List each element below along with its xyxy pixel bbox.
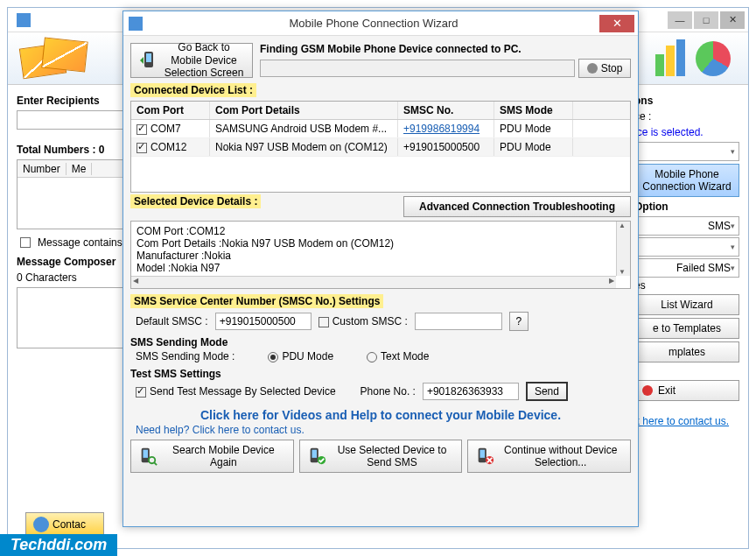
details-textbox[interactable]: COM Port :COM12 Com Port Details :Nokia … xyxy=(130,221,631,289)
th-port[interactable]: Com Port xyxy=(131,102,210,119)
device-combo[interactable] xyxy=(634,142,739,161)
options-label: ons xyxy=(634,95,739,107)
phone-input[interactable] xyxy=(423,383,519,400)
pdu-mode-radio[interactable]: PDU Mode xyxy=(268,350,333,362)
dialog-close-button[interactable]: ✕ xyxy=(599,15,634,32)
device-selected: ice is selected. xyxy=(634,126,739,138)
th-details[interactable]: Com Port Details xyxy=(210,102,398,119)
numbers-grid[interactable]: Number Me xyxy=(17,159,130,229)
default-smsc-input[interactable] xyxy=(215,313,312,330)
watermark: Techddi.com xyxy=(0,534,117,556)
close-button[interactable]: ✕ xyxy=(720,11,745,29)
option-combo[interactable]: SMS xyxy=(634,216,739,236)
phone-search-icon xyxy=(138,447,158,466)
search-again-button[interactable]: Search Mobile Device Again xyxy=(130,440,294,473)
advanced-troubleshooting-button[interactable]: Advanced Connection Troubleshooting xyxy=(403,196,631,217)
send-test-checkbox[interactable]: Send Test Message By Selected Device xyxy=(136,385,336,398)
selected-details-header: Selected Device Details : xyxy=(130,194,261,208)
app-icon xyxy=(17,13,31,27)
text-mode-radio[interactable]: Text Mode xyxy=(367,350,429,362)
svg-rect-9 xyxy=(480,450,486,458)
smsc-help-button[interactable]: ? xyxy=(509,312,528,331)
send-button[interactable]: Send xyxy=(526,382,568,401)
templates-button[interactable]: mplates xyxy=(634,341,739,362)
phone-label: Phone No. : xyxy=(360,385,416,398)
maximize-button[interactable]: □ xyxy=(694,11,718,29)
recipients-input[interactable] xyxy=(17,110,130,130)
th-mode[interactable]: SMS Mode xyxy=(494,102,573,119)
connection-wizard-dialog: Mobile Phone Connection Wizard ✕ Go Back… xyxy=(122,11,639,527)
exit-button[interactable]: Exit xyxy=(634,380,739,401)
exit-icon xyxy=(642,385,653,396)
envelope-icon xyxy=(41,37,88,72)
progress-bar xyxy=(260,60,575,77)
phone-cancel-icon xyxy=(475,447,494,466)
dialog-icon xyxy=(129,17,143,31)
message-textarea[interactable] xyxy=(17,287,130,348)
option-label: Option xyxy=(634,201,739,213)
phone-check-icon xyxy=(307,447,326,466)
failed-combo[interactable]: Failed SMS xyxy=(634,258,739,278)
table-row[interactable]: COM12 Nokia N97 USB Modem on (COM12) +91… xyxy=(131,138,630,157)
contact-icon xyxy=(33,517,49,532)
list-wizard-button[interactable]: List Wizard xyxy=(634,294,739,315)
stop-button[interactable]: Stop xyxy=(578,59,631,78)
horizontal-scrollbar[interactable]: ◀▶ xyxy=(131,276,616,288)
svg-rect-6 xyxy=(312,450,317,458)
save-template-button[interactable]: e to Templates xyxy=(634,318,739,339)
total-numbers-label: Total Numbers : 0 xyxy=(17,144,130,156)
test-sms-header: Test SMS Settings xyxy=(130,368,221,380)
row-checkbox[interactable] xyxy=(136,143,147,153)
default-smsc-label: Default SMSC : xyxy=(136,315,208,327)
svg-rect-1 xyxy=(146,53,151,62)
chart-graphic xyxy=(655,39,731,76)
device-table: Com Port Com Port Details SMSC No. SMS M… xyxy=(130,101,631,193)
dialog-title: Mobile Phone Connection Wizard xyxy=(148,17,599,30)
custom-smsc-input[interactable] xyxy=(415,313,502,330)
recipients-label: Enter Recipients xyxy=(17,95,130,107)
help-link[interactable]: k here to contact us. xyxy=(634,415,739,427)
wizard-button[interactable]: Mobile Phone Connection Wizard xyxy=(634,164,739,197)
continue-without-button[interactable]: Continue without Device Selection... xyxy=(467,440,631,473)
phone-back-icon xyxy=(138,50,159,71)
col-message: Me xyxy=(66,163,93,175)
row-checkbox[interactable] xyxy=(136,124,147,135)
sending-mode-header: SMS Sending Mode xyxy=(130,336,228,348)
char-count: 0 Characters xyxy=(17,271,130,284)
table-row[interactable]: COM7 SAMSUNG Android USB Modem #... +919… xyxy=(131,120,630,138)
finding-label: Finding GSM Mobile Phone Device connecte… xyxy=(260,43,631,55)
dialog-titlebar: Mobile Phone Connection Wizard ✕ xyxy=(123,11,638,36)
smsc-settings-header: SMS Service Center Number (SMSC No.) Set… xyxy=(130,294,383,308)
go-back-button[interactable]: Go Back to Mobile Device Selection Scree… xyxy=(130,43,253,78)
svg-rect-3 xyxy=(144,450,149,458)
minimize-button[interactable]: — xyxy=(668,11,692,29)
message-contains-checkbox[interactable]: Message contains xyxy=(20,236,127,249)
sending-mode-label: SMS Sending Mode : xyxy=(136,350,234,362)
stop-icon xyxy=(587,63,598,74)
th-smsc[interactable]: SMSC No. xyxy=(398,102,494,119)
option-combo-2[interactable] xyxy=(634,237,739,257)
es-label: es xyxy=(634,279,739,292)
svg-point-4 xyxy=(149,457,155,463)
device-label: ce : xyxy=(634,110,739,123)
contact-button[interactable]: Contac xyxy=(25,512,104,537)
vertical-scrollbar[interactable] xyxy=(616,222,630,276)
col-number: Number xyxy=(18,163,66,175)
smsc-link[interactable]: +919986819994 xyxy=(403,123,480,135)
composer-label: Message Composer xyxy=(17,256,130,268)
connected-list-header: Connected Device List : xyxy=(130,83,256,97)
custom-smsc-checkbox[interactable]: Custom SMSC : xyxy=(318,315,408,327)
contact-us-link[interactable]: Need help? Click here to contact us. xyxy=(136,424,304,436)
use-device-button[interactable]: Use Selected Device to Send SMS xyxy=(299,440,463,473)
videos-help-link[interactable]: Click here for Videos and Help to connec… xyxy=(130,408,631,422)
